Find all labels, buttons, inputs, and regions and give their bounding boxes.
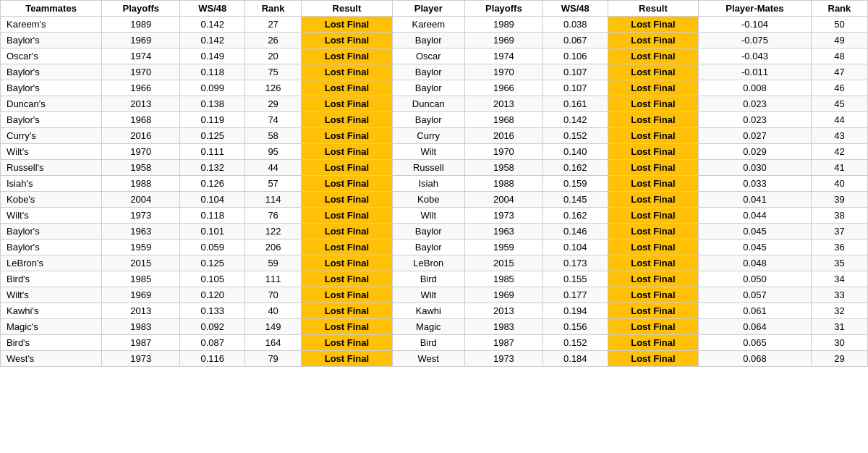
- cell-6-6: 1968: [464, 112, 542, 128]
- cell-0-4: Lost Final: [302, 17, 393, 33]
- cell-10-7: 0.159: [542, 176, 608, 192]
- table-row: Isiah's19880.12657Lost FinalIsiah19880.1…: [1, 176, 868, 192]
- cell-3-7: 0.107: [542, 64, 608, 80]
- cell-6-2: 0.119: [180, 112, 245, 128]
- cell-17-10: 33: [811, 287, 867, 303]
- cell-8-0: Wilt's: [1, 144, 102, 160]
- cell-3-6: 1970: [464, 64, 542, 80]
- cell-9-6: 1958: [464, 160, 542, 176]
- cell-19-6: 1983: [464, 319, 542, 335]
- cell-17-7: 0.177: [542, 287, 608, 303]
- cell-15-4: Lost Final: [302, 255, 393, 271]
- cell-19-1: 1983: [102, 319, 180, 335]
- cell-21-2: 0.116: [180, 351, 245, 367]
- cell-10-4: Lost Final: [302, 176, 393, 192]
- cell-6-1: 1968: [102, 112, 180, 128]
- cell-19-4: Lost Final: [302, 319, 393, 335]
- cell-2-8: Lost Final: [608, 48, 699, 64]
- cell-19-5: Magic: [392, 319, 464, 335]
- cell-1-0: Baylor's: [1, 33, 102, 48]
- cell-20-9: 0.065: [699, 335, 812, 351]
- cell-15-2: 0.125: [180, 255, 245, 271]
- cell-3-8: Lost Final: [608, 64, 699, 80]
- cell-17-5: Wilt: [392, 287, 464, 303]
- cell-12-5: Wilt: [392, 208, 464, 224]
- table-row: Kobe's20040.104114Lost FinalKobe20040.14…: [1, 192, 868, 208]
- cell-14-0: Baylor's: [1, 240, 102, 255]
- cell-10-0: Isiah's: [1, 176, 102, 192]
- col-header-4: Result: [302, 1, 393, 17]
- cell-1-2: 0.142: [180, 33, 245, 48]
- cell-0-9: -0.104: [699, 17, 812, 33]
- cell-15-10: 35: [811, 255, 867, 271]
- table-row: Baylor's19630.101122Lost FinalBaylor1963…: [1, 224, 868, 240]
- cell-14-8: Lost Final: [608, 240, 699, 255]
- cell-5-3: 29: [245, 96, 302, 112]
- cell-11-2: 0.104: [180, 192, 245, 208]
- cell-2-10: 48: [811, 48, 867, 64]
- cell-12-2: 0.118: [180, 208, 245, 224]
- cell-8-9: 0.029: [699, 144, 812, 160]
- cell-17-9: 0.057: [699, 287, 812, 303]
- cell-11-3: 114: [245, 192, 302, 208]
- cell-0-7: 0.038: [542, 17, 608, 33]
- cell-20-7: 0.152: [542, 335, 608, 351]
- cell-16-2: 0.105: [180, 271, 245, 287]
- table-row: Baylor's19690.14226Lost FinalBaylor19690…: [1, 33, 868, 48]
- cell-12-4: Lost Final: [302, 208, 393, 224]
- cell-4-1: 1966: [102, 80, 180, 96]
- cell-5-8: Lost Final: [608, 96, 699, 112]
- cell-3-10: 47: [811, 64, 867, 80]
- cell-14-9: 0.045: [699, 240, 812, 255]
- table-row: Baylor's19680.11974Lost FinalBaylor19680…: [1, 112, 868, 128]
- cell-13-10: 37: [811, 224, 867, 240]
- cell-2-9: -0.043: [699, 48, 812, 64]
- cell-19-7: 0.156: [542, 319, 608, 335]
- cell-15-6: 2015: [464, 255, 542, 271]
- cell-5-9: 0.023: [699, 96, 812, 112]
- cell-21-5: West: [392, 351, 464, 367]
- cell-4-6: 1966: [464, 80, 542, 96]
- cell-18-4: Lost Final: [302, 303, 393, 319]
- cell-18-7: 0.194: [542, 303, 608, 319]
- cell-2-2: 0.149: [180, 48, 245, 64]
- cell-20-10: 30: [811, 335, 867, 351]
- cell-21-8: Lost Final: [608, 351, 699, 367]
- cell-10-3: 57: [245, 176, 302, 192]
- cell-11-1: 2004: [102, 192, 180, 208]
- col-header-10: Rank: [811, 1, 867, 17]
- cell-3-9: -0.011: [699, 64, 812, 80]
- cell-6-9: 0.023: [699, 112, 812, 128]
- cell-19-10: 31: [811, 319, 867, 335]
- cell-8-8: Lost Final: [608, 144, 699, 160]
- table-row: Bird's19850.105111Lost FinalBird19850.15…: [1, 271, 868, 287]
- cell-7-5: Curry: [392, 128, 464, 144]
- cell-19-8: Lost Final: [608, 319, 699, 335]
- cell-5-5: Duncan: [392, 96, 464, 112]
- cell-4-8: Lost Final: [608, 80, 699, 96]
- table-row: Kawhi's20130.13340Lost FinalKawhi20130.1…: [1, 303, 868, 319]
- cell-11-6: 2004: [464, 192, 542, 208]
- cell-4-2: 0.099: [180, 80, 245, 96]
- cell-15-8: Lost Final: [608, 255, 699, 271]
- col-header-7: WS/48: [542, 1, 608, 17]
- cell-12-6: 1973: [464, 208, 542, 224]
- cell-13-5: Baylor: [392, 224, 464, 240]
- table-row: Baylor's19700.11875Lost FinalBaylor19700…: [1, 64, 868, 80]
- cell-0-8: Lost Final: [608, 17, 699, 33]
- cell-10-6: 1988: [464, 176, 542, 192]
- cell-21-7: 0.184: [542, 351, 608, 367]
- cell-7-4: Lost Final: [302, 128, 393, 144]
- col-header-0: Teammates: [1, 1, 102, 17]
- cell-11-9: 0.041: [699, 192, 812, 208]
- cell-12-7: 0.162: [542, 208, 608, 224]
- cell-7-0: Curry's: [1, 128, 102, 144]
- cell-18-2: 0.133: [180, 303, 245, 319]
- cell-3-4: Lost Final: [302, 64, 393, 80]
- cell-10-2: 0.126: [180, 176, 245, 192]
- cell-1-7: 0.067: [542, 33, 608, 48]
- col-header-9: Player-Mates: [699, 1, 812, 17]
- cell-6-3: 74: [245, 112, 302, 128]
- cell-16-3: 111: [245, 271, 302, 287]
- cell-11-8: Lost Final: [608, 192, 699, 208]
